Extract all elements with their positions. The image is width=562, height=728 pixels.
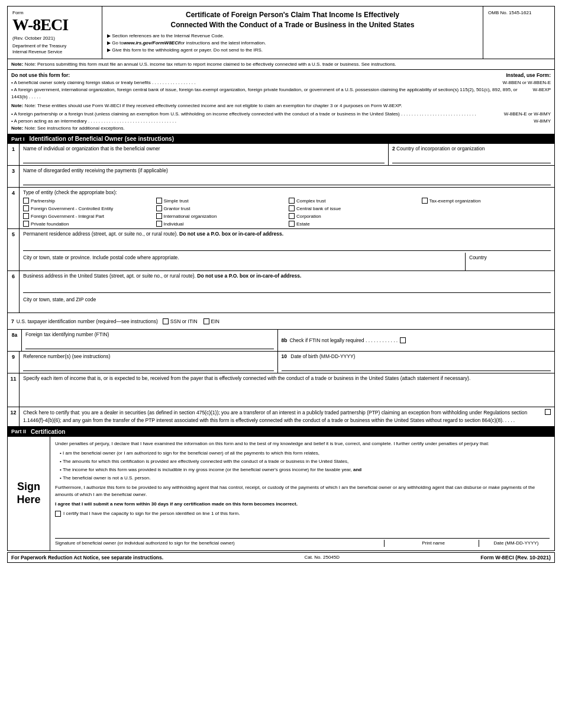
cb-12[interactable] — [545, 409, 551, 415]
city-zip-input[interactable] — [23, 302, 551, 311]
cb-estate-box[interactable] — [289, 221, 295, 227]
row-1-input[interactable] — [23, 154, 385, 163]
row-8b: 8b Check if FTIN not legally required . … — [278, 330, 555, 351]
cb-tax-exempt-box[interactable] — [422, 198, 428, 204]
row-3: 3 Name of disregarded entity receiving t… — [8, 166, 554, 188]
row-3-input[interactable] — [23, 176, 551, 185]
cb-individual: Individual — [156, 221, 286, 227]
note-1: Note: Note: These entities should use Fo… — [11, 102, 551, 109]
instr3: ▶ Give this form to the withholding agen… — [107, 47, 478, 54]
cb-foreign-gov-integral: Foreign Government - Integral Part — [23, 213, 153, 219]
row-5-input[interactable] — [23, 240, 551, 251]
header-title: Certificate of Foreign Person's Claim Th… — [107, 10, 478, 30]
row-4-label: Type of entity (check the appropriate bo… — [23, 189, 551, 195]
row-11-num: 11 — [8, 373, 20, 407]
cb-foreign-gov-controlled-box[interactable] — [23, 205, 29, 211]
footer: For Paperwork Reduction Act Notice, see … — [7, 552, 555, 563]
row-9-input[interactable] — [23, 363, 274, 371]
row-6-num: 6 — [8, 271, 20, 295]
footer-left: For Paperwork Reduction Act Notice, see … — [11, 555, 163, 561]
row-8a: 8a Foreign tax identifying number (FTIN) — [8, 330, 278, 351]
cb-private-foundation: Private foundation — [23, 221, 153, 227]
row-5: 5 Permanent residence address (street, a… — [8, 229, 554, 271]
row-1-container: 1 Name of individual or organization tha… — [8, 144, 389, 165]
page: Form W-8ECI (Rev. October 2021) Departme… — [0, 0, 562, 569]
ssn-itin-group: SSN or ITIN — [163, 318, 198, 324]
country-input[interactable] — [469, 260, 551, 269]
signature-area[interactable] — [55, 521, 550, 539]
cb-simple-trust-box[interactable] — [156, 198, 162, 204]
header-instructions: ▶ Section references are to the Internal… — [107, 33, 478, 54]
row-8a-num: 8a — [8, 330, 22, 351]
cb-central-bank-box[interactable] — [289, 205, 295, 211]
do-not-use-item-4: • A person acting as an intermediary . .… — [11, 118, 551, 125]
cb-individual-box[interactable] — [156, 221, 162, 227]
cb-certify[interactable] — [55, 511, 61, 517]
row-6-city: City or town, state, and ZIP code — [8, 295, 554, 313]
do-not-use-item-2: • A foreign government, international or… — [11, 86, 551, 101]
ein-group: EIN — [204, 318, 219, 324]
part2-header: Part II Certification — [7, 427, 555, 437]
row-6-spacer — [8, 295, 20, 313]
row-4: 4 Type of entity (check the appropriate … — [8, 188, 554, 229]
cb-grantor-trust-box[interactable] — [156, 205, 162, 211]
row-9-content: Reference number(s) (see instructions) — [20, 352, 277, 373]
cb-foreign-gov-integral-box[interactable] — [23, 213, 29, 219]
dept-line1: Department of the Treasury — [12, 43, 97, 49]
cert-bullet-4: • The beneficial owner is not a U.S. per… — [55, 475, 550, 482]
note-2: Note: Note: See instructions for additio… — [11, 125, 551, 131]
row-2-input[interactable] — [392, 154, 551, 163]
row-9-10: 9 Reference number(s) (see instructions)… — [8, 352, 554, 373]
certify-check-row: I certify that I have the capacity to si… — [55, 510, 550, 517]
cb-partnership-box[interactable] — [23, 198, 29, 204]
cb-simple-trust: Simple trust — [156, 198, 286, 204]
row-5-spacer — [8, 253, 20, 270]
row-11-input[interactable] — [23, 381, 551, 405]
row-11-content: Specify each item of income that is, or … — [20, 373, 554, 407]
row-8: 8a Foreign tax identifying number (FTIN)… — [8, 330, 554, 352]
part1-section: 1 Name of individual or organization tha… — [7, 144, 555, 427]
cb-grantor-trust: Grantor trust — [156, 205, 286, 211]
cb-ein[interactable] — [204, 318, 209, 324]
city-zip-cell: City or town, state, and ZIP code — [20, 295, 554, 313]
omb: OMB No. 1545-1621 — [483, 7, 554, 59]
cb-complex-trust: Complex trust — [289, 198, 418, 204]
cert-bullet-1: • I am the beneficial owner (or I am aut… — [55, 450, 550, 457]
row-11: 11 Specify each item of income that is, … — [8, 373, 554, 407]
cb-ssn[interactable] — [163, 318, 169, 324]
row-12-num: 12 — [8, 407, 20, 426]
cb-complex-trust-box[interactable] — [289, 198, 295, 204]
entity-col-2: Simple trust Grantor trust International… — [156, 198, 286, 227]
cb-partnership: Partnership — [23, 198, 153, 204]
cb-private-foundation-box[interactable] — [23, 221, 29, 227]
cb-foreign-gov-controlled: Foreign Government - Controlled Entity — [23, 205, 153, 211]
dept-line2: Internal Revenue Service — [12, 49, 97, 55]
row-8a-input[interactable] — [25, 341, 274, 349]
row-2-content: 2 Country of incorporation or organizati… — [389, 144, 554, 165]
row-1-num: 1 — [8, 144, 20, 165]
row-5-top: 5 Permanent residence address (street, a… — [8, 229, 554, 253]
do-not-use-section: Do not use this form for: Instead, use F… — [7, 70, 555, 134]
city-input[interactable] — [23, 260, 461, 269]
header-left: Form W-8ECI (Rev. October 2021) Departme… — [8, 7, 102, 59]
cb-corporation-box[interactable] — [289, 213, 295, 219]
do-not-use-item-3: • A foreign partnership or a foreign tru… — [11, 111, 551, 118]
furthermore: Furthermore, I authorize this form to be… — [55, 484, 550, 498]
row-9: 9 Reference number(s) (see instructions) — [8, 352, 278, 373]
row-6-content: Business address in the United States (s… — [20, 271, 554, 295]
row-12-content: Check here to certify that: you are a de… — [20, 407, 554, 426]
row-6-top: 6 Business address in the United States … — [8, 271, 554, 295]
row-9-num: 9 — [8, 352, 20, 373]
cert-bullet-3: • The income for which this form was pro… — [55, 466, 550, 473]
cb-tax-exempt: Tax-exempt organization — [422, 198, 551, 204]
row-6-input[interactable] — [23, 282, 551, 293]
cert-content: Under penalties of perjury, I declare th… — [50, 437, 554, 550]
cb-intl-org-box[interactable] — [156, 213, 162, 219]
row-10-input[interactable] — [282, 363, 551, 371]
entity-col-1: Partnership Foreign Government - Control… — [23, 198, 153, 227]
sig-bottom-row: Signature of beneficial owner (or indivi… — [55, 539, 550, 547]
row-5-city-country: City or town, state or province. Include… — [8, 253, 554, 270]
entity-col-3: Complex trust Central bank of issue Corp… — [289, 198, 418, 227]
cb-intl-org: International organization — [156, 213, 286, 219]
cb-8b[interactable] — [400, 337, 406, 343]
